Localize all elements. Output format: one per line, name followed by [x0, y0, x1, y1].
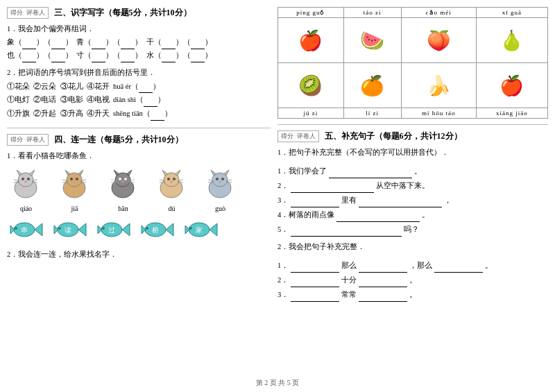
fish-4: 桥	[138, 216, 176, 244]
cat-pinyin-2: jiā	[56, 205, 94, 212]
svg-point-49	[221, 178, 224, 180]
section5-q2-items: 1．那么，那么。 2．十分。 3．常常。	[278, 258, 548, 302]
fill2-item-3: 3．常常。	[278, 287, 548, 302]
fish-svg-3: 过	[96, 216, 131, 243]
strawberry-emoji: 🍑	[427, 30, 451, 51]
svg-text:过: 过	[108, 226, 115, 234]
cat-pinyin-1: qiáo	[7, 205, 45, 212]
section4-header: 得分 评卷人 四、连一连（每题5分，共计10分）	[7, 134, 271, 146]
fish-3: 过	[94, 216, 133, 244]
cat-4: dú	[153, 167, 191, 212]
svg-marker-25	[126, 170, 132, 176]
orange-emoji: 🍊	[360, 75, 384, 96]
fish-svg-2: 读	[53, 216, 87, 243]
svg-point-68	[102, 227, 105, 230]
svg-point-17	[73, 181, 76, 183]
svg-point-38	[173, 178, 176, 180]
section-4: 得分 评卷人 四、连一连（每题5分，共计10分） 1．看看小猫各吃哪条鱼．	[7, 134, 271, 262]
svg-marker-36	[175, 170, 180, 176]
section5-q1-items: 1．我们学会了。 2．从空中落下来。 3．里有， 4．树落的雨点像。 5．吗？	[278, 164, 548, 237]
cat-pinyin-4: dú	[153, 205, 191, 212]
right-column: píng guǒ táo zi cǎo méi xī guā 🍎 🍉 🍑 🍐 🥝…	[278, 7, 548, 385]
svg-marker-35	[162, 170, 168, 176]
fruit-strawberry-cell: 🍑	[401, 18, 476, 63]
svg-marker-14	[78, 170, 83, 176]
svg-marker-62	[54, 225, 58, 234]
fruit-apple-cell: 🍎	[278, 18, 344, 63]
fruit-orange-cell: 🍊	[343, 63, 401, 108]
fish-row: 串 读	[7, 216, 271, 244]
svg-marker-71	[166, 223, 173, 236]
fill-item-1: 1．我们学会了。	[278, 164, 548, 178]
pinyin-kiwi: mí hóu táo	[401, 108, 476, 119]
cat-5: guò	[201, 167, 239, 212]
fill2-item-2: 2．十分。	[278, 273, 548, 287]
svg-marker-3	[29, 170, 35, 176]
watermelon-emoji: 🍉	[360, 30, 384, 51]
svg-marker-13	[65, 170, 71, 176]
svg-point-58	[15, 227, 17, 230]
pear-emoji: 🍐	[500, 30, 524, 51]
cat-svg-4	[153, 167, 191, 202]
svg-point-78	[189, 227, 192, 230]
fish-svg-5: 家	[184, 216, 219, 243]
pinyin-watermelon: xī guā	[476, 8, 547, 18]
fruit-table: píng guǒ táo zi cǎo méi xī guā 🍎 🍉 🍑 🍐 🥝…	[278, 7, 548, 119]
fruit-banana-cell: 🍌	[401, 63, 476, 108]
svg-point-27	[124, 178, 127, 180]
svg-point-37	[167, 178, 170, 180]
svg-marker-77	[185, 225, 189, 234]
svg-marker-2	[17, 170, 22, 176]
fill-item-2: 2．从空中落下来。	[278, 178, 548, 193]
pinyin-strawberry: cǎo méi	[401, 8, 476, 18]
q4-label: 2．我会连一连，给水果找名字．	[7, 248, 271, 262]
svg-point-48	[216, 178, 219, 180]
svg-marker-72	[142, 225, 146, 234]
page-number: 第 2 页 共 5 页	[256, 378, 300, 388]
pinyin-banana: xiāng jiāo	[476, 108, 547, 119]
svg-point-26	[119, 178, 121, 180]
svg-point-50	[219, 181, 221, 183]
svg-marker-24	[114, 170, 119, 176]
svg-marker-76	[210, 223, 217, 236]
section3-score: 得分 评卷人	[7, 7, 49, 19]
section3-title: 三、识字写字（每题5分，共计10分）	[54, 7, 191, 19]
banana-emoji: 🍌	[427, 75, 451, 96]
cat-2: jiā	[56, 167, 94, 212]
apple-emoji: 🍎	[298, 30, 323, 51]
fruit-pear-cell: 🍐	[476, 18, 547, 63]
cat-1: qiáo	[7, 167, 45, 212]
q2-label: 2．把词语的序号填写到拼音后面的括号里． ①花朵 ②云朵 ③花儿 ④花开 huā…	[7, 67, 271, 121]
fill-item-3: 3．里有，	[278, 193, 548, 207]
svg-point-28	[121, 181, 124, 183]
apple2-emoji: 🍎	[500, 75, 524, 96]
fruit-pinyin-top-row: píng guǒ táo zi cǎo méi xī guā	[278, 8, 548, 18]
cat-svg-5	[201, 167, 239, 202]
section-5: 得分 评卷人 五、补充句子（每题6分，共计12分） 1．把句子补充完整（不会写的…	[278, 130, 548, 302]
fruit-pinyin-bottom-row: jú zi lí zi mí hóu táo xiāng jiāo	[278, 108, 548, 119]
svg-marker-67	[98, 225, 102, 234]
fish-svg-1: 串	[9, 216, 44, 243]
fruit-img-top-row: 🍎 🍉 🍑 🍐	[278, 18, 548, 63]
pinyin-orange: jú zi	[278, 108, 344, 119]
svg-point-16	[76, 178, 78, 180]
svg-point-73	[146, 227, 148, 230]
fill-item-5: 5．吗？	[278, 222, 548, 237]
svg-point-5	[27, 178, 30, 180]
svg-marker-61	[78, 223, 86, 236]
fish-1: 串	[7, 216, 45, 244]
cat-svg-1	[7, 167, 45, 202]
section5-q1-desc: 1．把句子补充完整（不会写的字可以用拼音代）．	[278, 146, 548, 160]
fish-2: 读	[51, 216, 89, 244]
svg-marker-66	[122, 223, 130, 236]
fill2-item-1: 1．那么，那么。	[278, 258, 548, 273]
pinyin-peach: táo zi	[343, 8, 401, 18]
section5-q2-desc: 2．我会把句子补充完整．	[278, 241, 548, 254]
svg-text:桥: 桥	[151, 226, 159, 234]
cat-svg-3	[104, 167, 142, 202]
cat-svg-2	[56, 167, 94, 202]
fruit-apple2-cell: 🍎	[476, 63, 547, 108]
svg-marker-46	[211, 170, 216, 176]
section3-header: 得分 评卷人 三、识字写字（每题5分，共计10分）	[7, 7, 271, 19]
svg-marker-47	[223, 170, 229, 176]
